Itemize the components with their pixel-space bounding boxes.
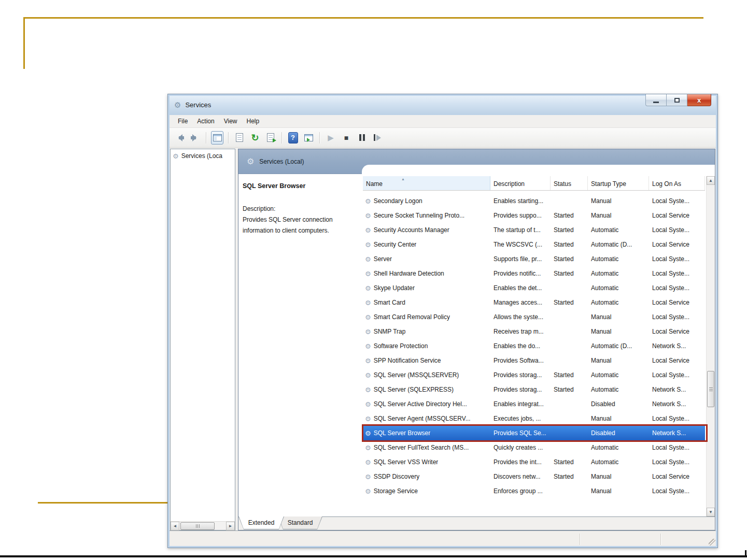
table-row[interactable]: ⚙ SQL Server (SQLEXPRESS) Provides stora… bbox=[363, 382, 705, 397]
table-row[interactable]: ⚙ Secondary Logon Enables starting... Ma… bbox=[363, 194, 705, 208]
column-header-status[interactable]: Status bbox=[551, 176, 588, 190]
cell-name: Security Center bbox=[374, 241, 417, 248]
cell-startup-type: Automatic (D... bbox=[588, 241, 649, 248]
title-bar[interactable]: ⚙ Services bbox=[168, 94, 717, 115]
service-gear-icon: ⚙ bbox=[365, 473, 371, 480]
toolbar-separator bbox=[206, 132, 206, 143]
horizontal-scroll-thumb[interactable] bbox=[180, 522, 215, 530]
refresh-icon[interactable]: ↻ bbox=[249, 131, 261, 145]
description-label: Description: bbox=[243, 204, 357, 214]
cell-startup-type: Manual bbox=[588, 357, 649, 364]
column-header-log-on-as[interactable]: Log On As bbox=[649, 176, 705, 190]
table-row[interactable]: ⚙ Secure Socket Tunneling Proto... Provi… bbox=[363, 208, 705, 223]
stop-service-icon[interactable]: ■ bbox=[340, 131, 353, 145]
cell-startup-type: Manual bbox=[588, 197, 649, 205]
start-service-icon[interactable]: ▶ bbox=[325, 131, 337, 145]
cell-description: The WSCSVC (... bbox=[490, 241, 551, 248]
scroll-down-icon[interactable]: ▼ bbox=[707, 508, 715, 516]
table-row[interactable]: ⚙ Server Supports file, pr... Started Au… bbox=[363, 252, 705, 266]
table-row[interactable]: ⚙ Shell Hardware Detection Provides noti… bbox=[363, 266, 705, 281]
table-row[interactable]: ⚙ Smart Card Removal Policy Allows the s… bbox=[363, 310, 705, 324]
service-gear-icon: ⚙ bbox=[365, 343, 371, 350]
service-gear-icon: ⚙ bbox=[365, 444, 371, 451]
cell-log-on-as: Local Service bbox=[649, 299, 705, 306]
cell-name: SQL Server (MSSQLSERVER) bbox=[374, 371, 459, 379]
menu-action[interactable]: Action bbox=[192, 116, 219, 126]
scroll-left-icon[interactable]: ◄ bbox=[171, 522, 179, 530]
cell-log-on-as: Local Syste... bbox=[649, 487, 705, 495]
cell-description: Enables starting... bbox=[490, 197, 551, 205]
table-row[interactable]: ⚙ SQL Server Active Directory Hel... Ena… bbox=[363, 397, 705, 411]
service-description-panel: SQL Server Browser Description: Provides… bbox=[238, 174, 362, 516]
services-pane: ⚙ Services (Local) SQL Server Browser De… bbox=[238, 149, 715, 530]
cell-description: Enables integrat... bbox=[490, 400, 551, 408]
tab-standard[interactable]: Standard bbox=[278, 516, 322, 529]
cell-description: Provides notific... bbox=[490, 270, 551, 277]
table-row[interactable]: ⚙ SQL Server Browser Provides SQL Se... … bbox=[363, 426, 705, 440]
service-gear-icon: ⚙ bbox=[365, 357, 371, 364]
cell-startup-type: Manual bbox=[588, 473, 649, 480]
services-list-panel: Name ▲ Description Status Startup Type L… bbox=[362, 165, 715, 516]
cell-description: Enables the det... bbox=[490, 284, 551, 292]
resize-grip[interactable] bbox=[709, 539, 715, 545]
list-vertical-scrollbar[interactable]: ▲ ▼ bbox=[706, 176, 715, 516]
cell-startup-type: Automatic (D... bbox=[588, 342, 649, 350]
minimize-button[interactable] bbox=[645, 94, 667, 106]
tree-item-services-local[interactable]: ⚙ Services (Loca bbox=[171, 149, 235, 160]
table-row[interactable]: ⚙ Security Accounts Manager The startup … bbox=[363, 223, 705, 237]
cell-status: Started bbox=[551, 371, 588, 379]
table-row[interactable]: ⚙ SQL Server (MSSQLSERVER) Provides stor… bbox=[363, 368, 705, 382]
forward-icon[interactable] bbox=[189, 131, 201, 145]
table-row[interactable]: ⚙ Smart Card Manages acces... Started Au… bbox=[363, 295, 705, 310]
service-gear-icon: ⚙ bbox=[365, 401, 371, 408]
tab-extended[interactable]: Extended bbox=[238, 516, 284, 529]
tree-horizontal-scrollbar[interactable]: ◄ ► bbox=[171, 521, 235, 530]
restart-service-icon[interactable] bbox=[371, 131, 384, 145]
scroll-up-icon[interactable]: ▲ bbox=[707, 176, 715, 185]
show-action-pane-icon[interactable] bbox=[302, 131, 315, 145]
table-row[interactable]: ⚙ Software Protection Enables the do... … bbox=[363, 339, 705, 353]
cell-description: Receives trap m... bbox=[490, 328, 551, 335]
table-row[interactable]: ⚙ SSDP Discovery Discovers netw... Start… bbox=[363, 469, 705, 484]
cell-description: Discovers netw... bbox=[490, 473, 551, 480]
column-header-startup-type[interactable]: Startup Type bbox=[588, 176, 649, 190]
column-header-name[interactable]: Name ▲ bbox=[363, 176, 490, 190]
menu-view[interactable]: View bbox=[219, 116, 242, 126]
cell-log-on-as: Local Syste... bbox=[649, 270, 705, 277]
table-row[interactable]: ⚙ SPP Notification Service Provides Soft… bbox=[363, 353, 705, 368]
gear-icon: ⚙ bbox=[247, 157, 254, 166]
menu-help[interactable]: Help bbox=[242, 116, 264, 126]
vertical-scroll-thumb[interactable] bbox=[707, 371, 714, 407]
restore-button[interactable] bbox=[667, 94, 687, 106]
main-area: ⚙ Services (Loca ◄ ► ⚙ Services (Local) … bbox=[168, 148, 717, 530]
cell-description: Allows the syste... bbox=[490, 313, 551, 321]
cell-startup-type: Manual bbox=[588, 415, 649, 422]
table-row[interactable]: ⚙ Security Center The WSCSVC (... Starte… bbox=[363, 237, 705, 252]
table-row[interactable]: ⚙ SQL Server VSS Writer Provides the int… bbox=[363, 455, 705, 469]
close-button[interactable]: x bbox=[687, 94, 711, 106]
help-icon[interactable]: ? bbox=[287, 131, 299, 145]
cell-status: Started bbox=[551, 270, 588, 277]
cell-description: Enables the do... bbox=[490, 342, 551, 350]
show-console-tree-icon[interactable] bbox=[211, 131, 223, 145]
service-gear-icon: ⚙ bbox=[365, 212, 371, 219]
scroll-right-icon[interactable]: ► bbox=[226, 522, 235, 530]
table-row[interactable]: ⚙ SNMP Trap Receives trap m... Manual Lo… bbox=[363, 324, 705, 339]
properties-icon[interactable] bbox=[233, 131, 246, 145]
cell-name: SQL Server (SQLEXPRESS) bbox=[374, 386, 454, 393]
table-row[interactable]: ⚙ Storage Service Enforces group ... Man… bbox=[363, 484, 705, 498]
cell-name: Server bbox=[374, 255, 392, 263]
back-icon[interactable] bbox=[173, 131, 186, 145]
export-list-icon[interactable] bbox=[264, 131, 277, 145]
cell-name: SSDP Discovery bbox=[374, 473, 419, 480]
table-row[interactable]: ⚙ Skype Updater Enables the det... Autom… bbox=[363, 281, 705, 295]
cell-log-on-as: Local Syste... bbox=[649, 458, 705, 466]
pause-service-icon[interactable] bbox=[356, 131, 368, 145]
column-header-description[interactable]: Description bbox=[490, 176, 551, 190]
menu-file[interactable]: File bbox=[173, 116, 192, 126]
table-row[interactable]: ⚙ SQL Server FullText Search (MS... Quic… bbox=[363, 440, 705, 455]
cell-startup-type: Disabled bbox=[588, 400, 649, 408]
service-gear-icon: ⚙ bbox=[365, 415, 371, 422]
table-row[interactable]: ⚙ SQL Server Agent (MSSQLSERV... Execute… bbox=[363, 411, 705, 426]
service-gear-icon: ⚙ bbox=[365, 270, 371, 277]
